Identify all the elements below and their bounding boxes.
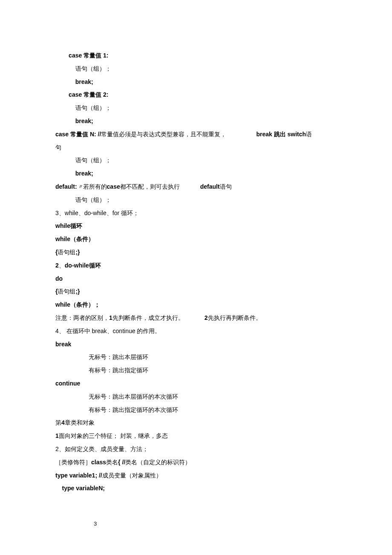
code-line: 语句（组）； [55, 62, 337, 75]
text: 章类和对象 [65, 416, 95, 429]
text: 循环 [70, 219, 82, 233]
code-line: type variable1; //成员变量（对象属性） [55, 469, 337, 482]
code-line: break; [55, 167, 337, 180]
text: （条件）； [70, 298, 100, 311]
text: 都不匹配，则可去执行 [120, 180, 180, 193]
code-line: ［类修饰符］class 类名{ //类名（自定义的标识符） [55, 456, 337, 469]
code-line: {语句组;} [55, 246, 337, 259]
text-line: 有标号：跳出指定循环的本次循环 [55, 403, 337, 417]
text: 先判断条件，成立才执行。 [112, 311, 184, 325]
text: 2 [205, 311, 208, 325]
code-line: {语句组;} [55, 285, 337, 298]
heading: break [55, 338, 337, 351]
text-line: 无标号：跳出本层循环 [55, 351, 337, 364]
code-line: 语句（组）； [55, 154, 337, 167]
heading: continue [55, 377, 337, 390]
code-line: while（条件） [55, 233, 337, 246]
code-line: 语句（组）； [55, 193, 337, 207]
code-line: 语句（组）； [55, 101, 337, 115]
text: 先执行再判断条件。 [208, 311, 262, 325]
text: ;} [75, 285, 80, 298]
text: default [200, 180, 220, 193]
text: 、 [59, 259, 65, 272]
text: 4 [61, 416, 65, 429]
text: { // [118, 456, 125, 469]
text: 1 [55, 429, 59, 443]
text-line: 无标号：跳出本层循环的本次循环 [55, 390, 337, 403]
text: class [91, 456, 106, 469]
text: while [55, 233, 70, 246]
code-line: break; [55, 115, 337, 128]
text: default: [55, 180, 77, 193]
text: 循环 [89, 259, 101, 272]
code-line: default: 〃 若所有的 case 都不匹配，则可去执行 default … [55, 180, 337, 193]
heading: 第 4 章类和对象 [55, 416, 337, 429]
text: 若所有的 [83, 180, 107, 193]
text: 成员变量（对象属性） [102, 469, 162, 482]
text: 面向对象的三个特征； 封装，继承，多态 [59, 429, 168, 443]
document-page: case 常量值 1: 语句（组）； break; case 常量值 2: 语句… [0, 0, 392, 552]
text-line: 1 面向对象的三个特征； 封装，继承，多态 [55, 429, 337, 443]
text: ;} [75, 246, 80, 259]
text: （条件） [70, 233, 94, 246]
code-line: case 常量值 2: [55, 88, 337, 101]
text: while [55, 298, 70, 311]
code-line: 句 [55, 141, 337, 154]
heading: while 循环 [55, 219, 337, 233]
code-line: do [55, 272, 337, 285]
text: break 跳出 switch [256, 128, 306, 141]
text: 常量值必须是与表达式类型兼容，且不能重复， [101, 128, 226, 141]
text: 语句组 [58, 285, 75, 298]
text-line: 注意：两者的区别，1 先判断条件，成立才执行。 2 先执行再判断条件。 [55, 311, 337, 325]
code-line: break; [55, 75, 337, 89]
text: 〃 [77, 180, 83, 193]
code-line: while（条件）； [55, 298, 337, 311]
text: case 常量值 N: // [55, 128, 101, 141]
text: type variable1; // [55, 469, 102, 482]
text-line: 4、 在循环中 break、continue 的作用。 [55, 325, 337, 338]
text-line: 有标号：跳出指定循环 [55, 364, 337, 377]
code-line: case 常量值 N: //常量值必须是与表达式类型兼容，且不能重复， brea… [55, 128, 337, 141]
code-line: case 常量值 1: [55, 49, 337, 62]
text: 2 [55, 259, 59, 272]
text: ［类修饰符］ [55, 456, 91, 469]
page-number: 3 [55, 520, 337, 527]
heading: 2、do-while 循环 [55, 259, 337, 272]
text: 类名（自定义的标识符） [125, 456, 191, 469]
text: do-while [65, 259, 89, 272]
text-line: 3、while、do-while、for 循环； [55, 207, 337, 220]
text: 类名 [106, 456, 118, 469]
text: 1 [109, 311, 112, 325]
code-line: type variableN; [55, 482, 337, 495]
text: case [107, 180, 120, 193]
text: 语句组 [58, 246, 75, 259]
text: 第 [55, 416, 61, 429]
text: 语 [306, 128, 312, 141]
text-line: 2、如何定义类、成员变量、方法； [55, 443, 337, 456]
text: 注意：两者的区别， [55, 311, 109, 325]
text: while [55, 219, 70, 233]
text: 语句 [220, 180, 232, 193]
